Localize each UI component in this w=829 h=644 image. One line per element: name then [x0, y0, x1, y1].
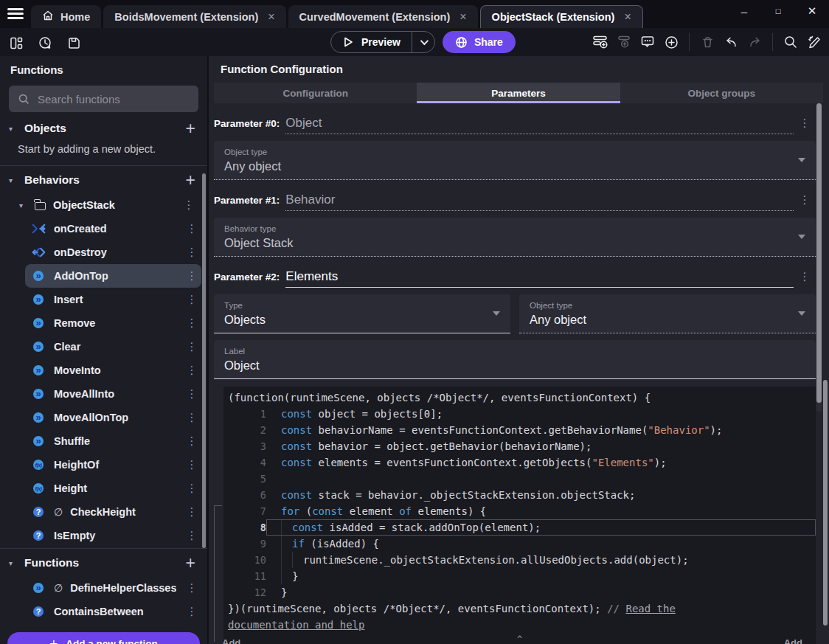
dropdown-object-type[interactable]: Object typeAny object: [214, 141, 816, 180]
tab-home[interactable]: Home: [31, 5, 101, 28]
code-line: 11}: [223, 568, 816, 584]
action-function-icon: »: [30, 291, 46, 308]
function-item-insert[interactable]: »Insert⋮: [25, 288, 201, 311]
function-item-label: Insert: [54, 294, 176, 305]
share-button[interactable]: Share: [443, 31, 516, 53]
add-other-event-icon[interactable]: [662, 33, 680, 51]
function-item-moveallontop[interactable]: »MoveAllOnTop⋮: [25, 406, 201, 429]
function-item-addontop[interactable]: »AddOnTop⋮: [25, 264, 201, 288]
function-item-remove[interactable]: »Remove⋮: [25, 311, 201, 335]
tab-curvedmovement-extension[interactable]: CurvedMovement (Extension)×: [288, 5, 478, 28]
parameter-name-input[interactable]: Object: [285, 116, 794, 134]
add-free-function-button[interactable]: +: [186, 555, 195, 572]
more-options-icon[interactable]: ⋮: [184, 246, 200, 259]
code-token: const: [281, 408, 312, 420]
sidebar-scrollbar[interactable]: [202, 173, 206, 548]
add-behavior-button[interactable]: +: [186, 172, 195, 189]
action-function-icon: »: [30, 339, 46, 355]
save-icon[interactable]: [65, 34, 83, 52]
more-options-icon[interactable]: ⋮: [184, 316, 200, 330]
field-label[interactable]: LabelObject: [214, 340, 816, 379]
parameter-header: Parameter #1:Behavior⋮: [214, 193, 816, 211]
add-event-icon[interactable]: [592, 33, 609, 51]
objects-section-header[interactable]: ▾ Objects +: [0, 115, 207, 142]
more-options-icon[interactable]: ⋮: [184, 605, 200, 618]
more-options-icon[interactable]: ⋮: [184, 269, 200, 283]
behavior-folder-objectstack[interactable]: ▾ ObjectStack ⋮: [0, 193, 207, 217]
add-comment-icon[interactable]: [639, 33, 656, 51]
tab-parameters[interactable]: Parameters: [417, 83, 620, 103]
editor-scrollbar[interactable]: [823, 380, 828, 626]
more-options-icon[interactable]: ⋮: [184, 529, 200, 542]
main-menu-icon[interactable]: [7, 8, 24, 21]
parameter-name-input[interactable]: Elements: [285, 269, 794, 288]
documentation-link[interactable]: documentation and help: [228, 619, 364, 631]
function-item-oncreated[interactable]: onCreated⋮: [25, 217, 201, 240]
function-item-moveinto[interactable]: »MoveInto⋮: [25, 359, 201, 382]
more-options-icon[interactable]: ⋮: [181, 198, 197, 212]
function-item-height[interactable]: f(x)Height⋮: [25, 477, 201, 500]
more-options-icon[interactable]: ⋮: [794, 193, 816, 211]
function-item-moveallinto[interactable]: »MoveAllInto⋮: [25, 382, 201, 406]
more-options-icon[interactable]: ⋮: [794, 270, 816, 288]
behaviors-section-header[interactable]: ▾ Behaviors +: [0, 167, 207, 193]
code-line: 12}: [223, 584, 816, 600]
function-item-heightof[interactable]: f(x)HeightOf⋮: [25, 453, 201, 477]
more-options-icon[interactable]: ⋮: [184, 434, 200, 448]
function-item-checkheight[interactable]: ?∅CheckHeight⋮: [25, 500, 201, 524]
close-tab-icon[interactable]: ×: [459, 10, 466, 24]
tab-boidsmovement-extension[interactable]: BoidsMovement (Extension)×: [103, 5, 285, 28]
dropdown-behavior-type[interactable]: Behavior typeObject Stack: [214, 218, 816, 257]
edit-icon[interactable]: [805, 33, 823, 51]
clipped-label-right: Add: [784, 637, 802, 644]
more-options-icon[interactable]: ⋮: [184, 364, 200, 377]
functions-section-header[interactable]: ▾ Functions +: [0, 550, 207, 576]
close-tab-icon[interactable]: ×: [268, 10, 274, 24]
preview-options-button[interactable]: [412, 32, 434, 52]
close-tab-icon[interactable]: ×: [624, 10, 631, 24]
more-options-icon[interactable]: ⋮: [184, 458, 200, 471]
more-options-icon[interactable]: ⋮: [184, 581, 200, 595]
main-scrollbar[interactable]: [816, 103, 822, 403]
code-line: 9if (isAdded) {: [223, 536, 816, 552]
minimize-button[interactable]: –: [727, 0, 761, 22]
redo-icon[interactable]: [746, 33, 763, 51]
more-options-icon[interactable]: ⋮: [794, 117, 816, 134]
tab-objectstack-extension[interactable]: ObjectStack (Extension)×: [480, 5, 643, 28]
more-options-icon[interactable]: ⋮: [184, 340, 200, 353]
tab-object-groups[interactable]: Object groups: [620, 83, 823, 103]
undo-icon[interactable]: [722, 33, 740, 51]
documentation-link[interactable]: Read the: [625, 603, 675, 614]
more-options-icon[interactable]: ⋮: [184, 293, 200, 306]
parameter-name-input[interactable]: Behavior: [285, 193, 794, 211]
function-item-ondestroy[interactable]: onDestroy⋮: [25, 240, 201, 264]
dropdown-type[interactable]: TypeObjects: [214, 294, 510, 333]
trash-icon[interactable]: [698, 33, 716, 51]
code-editor[interactable]: (function(runtimeScene, objects /*Object…: [223, 387, 816, 644]
function-item-definehelperclasses[interactable]: »∅DefineHelperClasses⋮: [25, 576, 201, 600]
tab-configuration[interactable]: Configuration: [214, 83, 417, 103]
add-object-button[interactable]: +: [186, 120, 195, 137]
preview-button[interactable]: Preview: [330, 31, 435, 53]
search-functions-box[interactable]: [9, 86, 198, 112]
project-manager-icon[interactable]: [7, 34, 25, 52]
maximize-button[interactable]: □: [761, 0, 795, 22]
close-button[interactable]: ✕: [795, 0, 829, 22]
search-functions-input[interactable]: [38, 93, 190, 105]
more-options-icon[interactable]: ⋮: [184, 505, 200, 519]
dropdown-object-type[interactable]: Object typeAny object: [519, 294, 816, 333]
toolbar-divider: [689, 33, 690, 51]
add-new-function-button[interactable]: + Add a new function: [7, 632, 200, 644]
more-options-icon[interactable]: ⋮: [184, 222, 200, 235]
search-icon[interactable]: [782, 33, 799, 51]
more-options-icon[interactable]: ⋮: [184, 411, 200, 424]
function-item-clear[interactable]: »Clear⋮: [25, 335, 201, 359]
more-options-icon[interactable]: ⋮: [184, 387, 200, 401]
function-item-containsbetween[interactable]: ?ContainsBetween⋮: [25, 600, 201, 623]
add-subevent-icon[interactable]: [615, 33, 633, 51]
code-text: }: [266, 584, 816, 600]
history-icon[interactable]: [36, 34, 54, 52]
function-item-shuffle[interactable]: »Shuffle⋮: [25, 429, 201, 453]
function-item-isempty[interactable]: ?IsEmpty⋮: [25, 524, 201, 547]
more-options-icon[interactable]: ⋮: [184, 482, 200, 495]
